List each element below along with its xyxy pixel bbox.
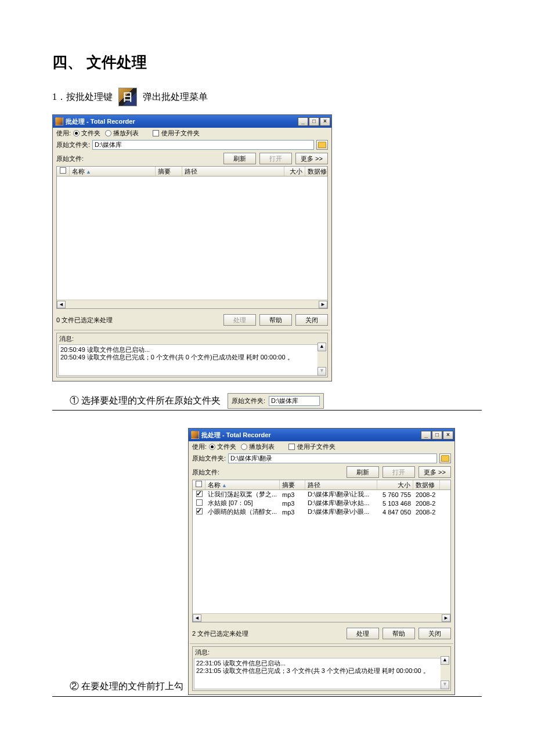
help-button[interactable]: 帮助 — [259, 314, 292, 326]
close-button[interactable]: × — [320, 117, 330, 126]
radio-folder[interactable]: 文件夹 — [73, 129, 100, 138]
use-label: 使用: — [56, 129, 71, 138]
app-icon — [191, 431, 199, 439]
more-button[interactable]: 更多 >> — [418, 466, 451, 478]
messages-scrollbar[interactable]: ▲ ▼ — [441, 656, 449, 689]
col-name[interactable]: 名称▲ — [70, 167, 156, 176]
step-1-text: ① 选择要处理的文件所在原始文件夹 — [70, 395, 221, 407]
refresh-button[interactable]: 刷新 — [347, 466, 379, 478]
more-button[interactable]: 更多 >> — [295, 153, 328, 164]
table-row[interactable]: 小眼睛的姑娘（清醇女...mp3D:\媒体库\翻录\小眼...4 847 050… — [193, 507, 450, 516]
radio-playlist[interactable]: 播放列表 — [105, 129, 139, 138]
row-checkbox[interactable] — [196, 508, 203, 514]
messages-text: 22:31:05 读取文件信息已启动... 22:31:05 读取文件信息已完成… — [194, 658, 449, 689]
radio-playlist[interactable]: 播放列表 — [241, 442, 275, 451]
close-dialog-button[interactable]: 关闭 — [295, 314, 328, 326]
cell-size: 5 760 755 — [377, 491, 413, 498]
use-label: 使用: — [192, 442, 207, 451]
minimize-button[interactable]: _ — [298, 117, 308, 126]
maximize-button[interactable]: □ — [309, 117, 319, 126]
messages-label: 消息: — [195, 648, 449, 657]
scroll-up-icon[interactable]: ▲ — [441, 656, 449, 665]
cell-name: 小眼睛的姑娘（清醇女... — [205, 507, 280, 516]
sort-asc-icon: ▲ — [222, 483, 227, 488]
title-bar[interactable]: 批处理 - Total Recorder _ □ × — [53, 115, 331, 128]
sort-asc-icon: ▲ — [86, 169, 91, 175]
h-scrollbar[interactable]: ◄ ► — [193, 613, 450, 622]
col-summary[interactable]: 摘要 — [280, 480, 305, 489]
col-path[interactable]: 路径 — [182, 167, 284, 176]
messages-pane: 消息: 20:50:49 读取文件信息已启动... 20:50:49 读取文件信… — [56, 333, 328, 377]
messages-text: 20:50:49 读取文件信息已启动... 20:50:49 读取文件信息已完成… — [58, 344, 326, 376]
batch-window-2: 批处理 - Total Recorder _ □ × 使用: 文件夹 播放列表 … — [188, 428, 455, 695]
scroll-left-icon[interactable]: ◄ — [193, 614, 201, 622]
col-data[interactable]: 数据修 — [305, 167, 327, 176]
cell-name: 水姑娘 [07：05] — [205, 499, 280, 507]
file-list: 名称▲ 摘要 路径 大小 数据修 让我们荡起双桨（梦之...mp3D:\媒体库\… — [192, 480, 451, 622]
process-button[interactable]: 处理 — [223, 314, 256, 326]
source-files-label: 原始文件: — [192, 468, 343, 477]
h-scrollbar[interactable]: ◄ ► — [57, 300, 327, 308]
source-folder-label: 原始文件夹: — [56, 141, 90, 149]
window-title: 批处理 - Total Recorder — [201, 431, 420, 440]
subfolder-checkbox[interactable] — [153, 130, 159, 136]
cell-data: 2008-2 — [413, 500, 440, 507]
cell-path: D:\媒体库\翻录\小眼... — [305, 507, 377, 516]
scroll-up-icon[interactable]: ▲ — [317, 343, 326, 351]
radio-folder[interactable]: 文件夹 — [209, 442, 236, 451]
process-button[interactable]: 处理 — [347, 628, 379, 639]
scroll-right-icon[interactable]: ► — [442, 614, 450, 622]
intro-prefix: 1．按批处理键 — [52, 91, 113, 103]
title-bar[interactable]: 批处理 - Total Recorder _ □ × — [189, 429, 454, 441]
batch-toolbar-icon — [118, 88, 137, 106]
refresh-button[interactable]: 刷新 — [223, 153, 256, 164]
cell-summary: mp3 — [280, 509, 305, 516]
folder-snippet: 原始文件夹: D:\媒体库 — [228, 393, 324, 409]
file-list: 名称▲ 摘要 路径 大小 数据修 ◄ ► — [56, 166, 328, 309]
cell-summary: mp3 — [280, 491, 305, 498]
source-folder-input[interactable]: D:\媒体库 — [92, 140, 314, 150]
scroll-right-icon[interactable]: ► — [319, 301, 327, 308]
maximize-button[interactable]: □ — [432, 431, 442, 440]
window-title: 批处理 - Total Recorder — [66, 117, 297, 126]
batch-window-1: 批处理 - Total Recorder _ □ × 使用: 文件夹 播放列表 … — [52, 114, 332, 381]
select-all-checkbox[interactable] — [60, 167, 66, 174]
messages-pane: 消息: 22:31:05 读取文件信息已启动... 22:31:05 读取文件信… — [192, 646, 451, 691]
selection-status: 0 文件已选定来处理 — [56, 316, 220, 325]
snippet-value: D:\媒体库 — [269, 396, 320, 406]
row-checkbox[interactable] — [196, 491, 203, 497]
table-row[interactable]: 水姑娘 [07：05]mp3D:\媒体库\翻录\水姑...5 103 46820… — [193, 499, 450, 507]
open-button[interactable]: 打开 — [259, 153, 292, 164]
minimize-button[interactable]: _ — [421, 431, 431, 440]
row-checkbox[interactable] — [196, 499, 203, 506]
table-row[interactable]: 让我们荡起双桨（梦之...mp3D:\媒体库\翻录\让我...5 760 755… — [193, 490, 450, 499]
cell-data: 2008-2 — [413, 509, 440, 516]
scroll-down-icon[interactable]: ▼ — [441, 681, 449, 689]
col-name[interactable]: 名称▲ — [205, 480, 280, 489]
close-dialog-button[interactable]: 关闭 — [418, 628, 451, 639]
select-all-checkbox[interactable] — [196, 481, 202, 487]
selection-status: 2 文件已选定来处理 — [192, 629, 343, 638]
source-files-label: 原始文件: — [56, 154, 220, 163]
subfolder-checkbox[interactable] — [288, 444, 295, 450]
col-summary[interactable]: 摘要 — [156, 167, 182, 176]
help-button[interactable]: 帮助 — [383, 628, 415, 639]
subfolder-label: 使用子文件夹 — [161, 129, 200, 138]
scroll-down-icon[interactable]: ▼ — [317, 367, 326, 376]
col-size[interactable]: 大小 — [284, 167, 305, 176]
col-size[interactable]: 大小 — [377, 480, 413, 489]
cell-summary: mp3 — [280, 500, 305, 507]
col-path[interactable]: 路径 — [305, 480, 377, 489]
browse-folder-button[interactable] — [316, 140, 328, 150]
close-button[interactable]: × — [443, 431, 453, 440]
browse-folder-button[interactable] — [439, 453, 451, 463]
source-folder-input[interactable]: D:\媒体库\翻录 — [228, 453, 437, 463]
open-button[interactable]: 打开 — [383, 466, 415, 478]
col-data[interactable]: 数据修 — [413, 480, 440, 489]
scroll-left-icon[interactable]: ◄ — [57, 301, 66, 308]
source-folder-label: 原始文件夹: — [192, 454, 226, 463]
cell-size: 5 103 468 — [377, 500, 413, 507]
cell-name: 让我们荡起双桨（梦之... — [205, 490, 280, 499]
cell-data: 2008-2 — [413, 491, 440, 498]
messages-scrollbar[interactable]: ▲ ▼ — [317, 343, 326, 376]
